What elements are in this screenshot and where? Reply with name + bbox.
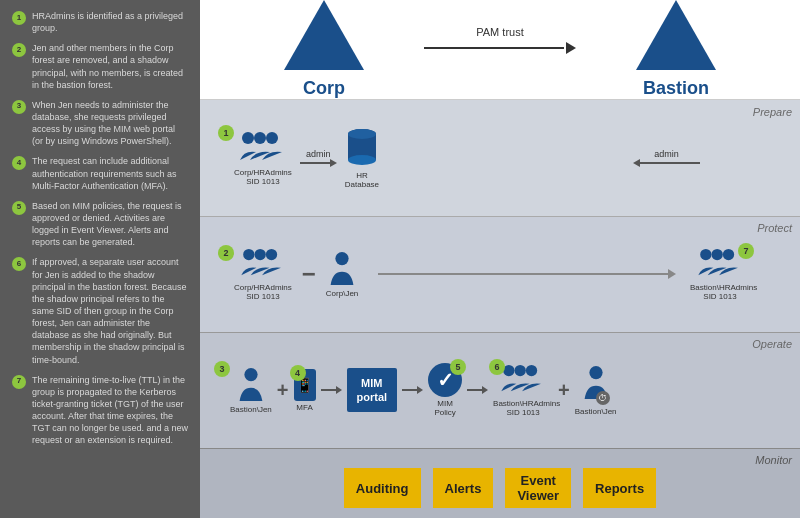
monitor-btn-alerts[interactable]: Alerts [433,468,494,508]
step-item-7: 7 The remaining time-to-live (TTL) in th… [12,374,188,447]
protect-group1-svg [240,247,286,281]
monitor-btn-auditing[interactable]: Auditing [344,468,421,508]
protect-group2-label: Bastion\HRAdminsSID 1013 [690,283,750,301]
step-text-1: HRAdmins is identified as a privileged g… [32,10,188,34]
database-svg [346,127,378,169]
protect-group2-svg [697,247,743,281]
mfa-icon: 4 📱 MFA [294,369,316,412]
step-num-5: 5 [12,201,26,215]
step-num-7: 7 [12,375,26,389]
monitor-section: Monitor AuditingAlertsEventViewerReports [200,448,800,518]
operate-step-badge: 3 [214,361,230,377]
step-text-4: The request can include additional authe… [32,155,188,191]
step-text-7: The remaining time-to-live (TTL) in the … [32,374,188,447]
top-section: Corp PAM trust Bastion [200,0,800,100]
svg-point-12 [712,249,723,260]
monitor-btn-event-viewer[interactable]: EventViewer [505,468,571,508]
bastion-jen-right-label: Bastion\Jen [575,407,617,416]
step4-badge: 4 [290,365,306,381]
svg-point-0 [242,132,254,144]
step-item-3: 3 When Jen needs to administer the datab… [12,99,188,148]
mim-policy-icon: 5 ✓ MIMPolicy [428,363,462,417]
svg-point-10 [335,251,348,264]
corp-triangle-wrapper: Corp [284,0,364,99]
right-panel: Corp PAM trust Bastion P [200,0,800,518]
svg-point-1 [254,132,266,144]
admin-label-right: admin [654,149,679,159]
bastion-jen-right: ⏱ Bastion\Jen [575,365,617,416]
sections-area: Prepare 1 Corp/HRAdminsSID 1013 [200,100,800,518]
mfa-label: MFA [296,403,312,412]
admin-label-left: admin [306,149,331,159]
svg-point-8 [254,249,265,260]
minus-sign: − [302,260,316,288]
monitor-label: Monitor [755,454,792,466]
corp-jen-label: Corp\Jen [326,289,358,298]
svg-point-2 [266,132,278,144]
svg-point-16 [515,365,526,376]
step5-badge: 5 [450,359,466,375]
protect-num7-badge: 7 [738,243,754,259]
arrow-body [424,47,564,49]
bastion-hradmins-operate: 6 Bastion\HRAdminsSID 1013 [493,363,553,417]
group-icon-svg [240,130,286,166]
bastion-triangle-wrapper: Bastion [636,0,716,99]
hr-db-label: HRDatabase [345,171,379,189]
arrow-to-bastion-hr [467,386,488,394]
step-num-1: 1 [12,11,26,25]
main-container: 1 HRAdmins is identified as a privileged… [0,0,800,518]
pam-label: PAM trust [476,26,523,38]
step-item-4: 4 The request can include additional aut… [12,155,188,191]
protect-corp-hradmins: Corp/HRAdminsSID 1013 [234,247,292,301]
operate-group-svg [500,363,546,397]
arrow-to-mim [321,386,342,394]
admin-arrow-left: admin [300,149,337,167]
svg-point-18 [589,365,602,378]
bastion-jen-left: Bastion\Jen [230,367,272,414]
bastion-hradmins-protect: 7 Bastion\HRAdminsSID 1013 [690,247,750,301]
operate-label: Operate [752,338,792,350]
monitor-btn-reports[interactable]: Reports [583,468,656,508]
svg-point-11 [700,249,711,260]
corp-hradmins-group: Corp/HRAdminsSID 1013 [234,130,292,186]
protect-label: Protect [757,222,792,234]
bastion-label: Bastion [643,78,709,99]
protect-group1-label: Corp/HRAdminsSID 1013 [234,283,292,301]
operate-section: Operate 3 Bastion\Jen + 4 [200,332,800,448]
corp-label: Corp [303,78,345,99]
arrow-head [566,42,576,54]
bastion-hradmins-operate-label: Bastion\HRAdminsSID 1013 [493,399,553,417]
clock-overlay: ⏱ [596,391,610,405]
prepare-section: Prepare 1 Corp/HRAdminsSID 1013 [200,100,800,216]
mim-portal-icon: MIMportal [347,368,398,413]
svg-point-5 [348,155,376,165]
mim-box: MIMportal [347,368,398,413]
left-panel: 1 HRAdmins is identified as a privileged… [0,0,200,518]
protect-section: Protect 2 Corp/HRAdminsSID 1013 [200,216,800,332]
step-item-2: 2 Jen and other members in the Corp fore… [12,42,188,91]
admin-arrow-right: admin [633,149,700,167]
corp-triangle [284,0,364,70]
step-item-1: 1 HRAdmins is identified as a privileged… [12,10,188,34]
bastion-jen-left-label: Bastion\Jen [230,405,272,414]
bastion-jen-svg-left [237,367,265,403]
svg-point-9 [266,249,277,260]
step-num-3: 3 [12,100,26,114]
prepare-label: Prepare [753,106,792,118]
step-text-3: When Jen needs to administer the databas… [32,99,188,148]
step6-badge: 6 [489,359,505,375]
pam-trust-arrow: PAM trust [424,26,576,54]
step-item-6: 6 If approved, a separate user account f… [12,256,188,365]
arrow-from-mim [402,386,423,394]
arrow-line [424,42,576,54]
corp-hradmins-label: Corp/HRAdminsSID 1013 [234,168,292,186]
hr-database-icon: HRDatabase [345,127,379,189]
step-text-5: Based on MIM policies, the request is ap… [32,200,188,249]
svg-point-7 [243,249,254,260]
step-num-6: 6 [12,257,26,271]
mim-policy-label: MIMPolicy [434,399,455,417]
step-item-5: 5 Based on MIM policies, the request is … [12,200,188,249]
triangle-area: Corp PAM trust Bastion [284,0,716,99]
step-text-2: Jen and other members in the Corp forest… [32,42,188,91]
plus-sign-1: + [277,379,289,402]
